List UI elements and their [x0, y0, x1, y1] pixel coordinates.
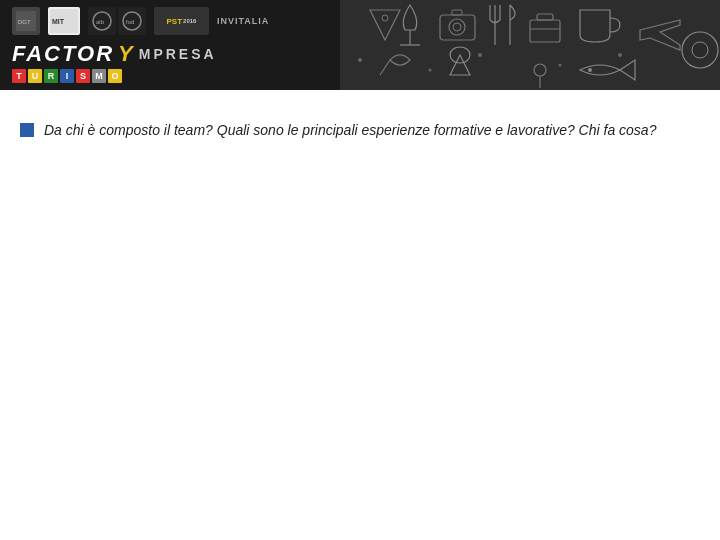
svg-rect-20 [530, 20, 560, 42]
svg-point-9 [382, 15, 388, 21]
logo-2: MIT [48, 7, 80, 35]
mpresa-label: MPRESA [139, 46, 217, 62]
svg-point-13 [449, 19, 465, 35]
logo-food: fod [118, 7, 146, 35]
logo-albo: alb [88, 7, 116, 35]
svg-line-30 [380, 60, 390, 75]
svg-text:MIT: MIT [52, 18, 65, 25]
logo-direzione: DGT [12, 7, 40, 35]
header-left: DGT MIT alb [0, 0, 340, 90]
main-content: Da chi è composto il team? Quali sono le… [0, 90, 720, 171]
svg-text:DGT: DGT [18, 19, 31, 25]
logo-pst: PST 2016 [154, 7, 209, 35]
header-right-doodle [340, 0, 720, 90]
svg-point-24 [692, 42, 708, 58]
logo-invitalia: INVITALIA [217, 16, 269, 26]
svg-text:alb: alb [96, 19, 105, 25]
svg-point-29 [618, 53, 622, 57]
question-line: Da chi è composto il team? Quali sono le… [20, 120, 700, 141]
brand-row: FACTOR Y MPRESA [12, 41, 328, 67]
letter-U: U [28, 69, 42, 83]
letter-O: O [108, 69, 122, 83]
letter-T: T [12, 69, 26, 83]
svg-point-27 [478, 53, 482, 57]
doodle-background [340, 0, 720, 90]
letter-I: I [60, 69, 74, 83]
turismo-row: T U R I S M O [12, 69, 328, 83]
svg-point-25 [358, 58, 362, 62]
svg-point-28 [559, 64, 562, 67]
letter-S: S [76, 69, 90, 83]
y-label: Y [118, 41, 133, 67]
svg-text:fod: fod [126, 19, 134, 25]
question-text: Da chi è composto il team? Quali sono le… [44, 120, 656, 141]
logos-row: DGT MIT alb [12, 7, 328, 35]
letter-M: M [92, 69, 106, 83]
svg-point-26 [429, 69, 432, 72]
svg-point-14 [453, 23, 461, 31]
letter-R: R [44, 69, 58, 83]
header-banner: DGT MIT alb [0, 0, 720, 90]
factor-label: FACTOR [12, 41, 114, 67]
svg-point-33 [588, 68, 592, 72]
bullet-icon [20, 123, 34, 137]
svg-rect-21 [537, 14, 553, 20]
svg-point-32 [534, 64, 546, 76]
svg-rect-15 [452, 10, 462, 15]
